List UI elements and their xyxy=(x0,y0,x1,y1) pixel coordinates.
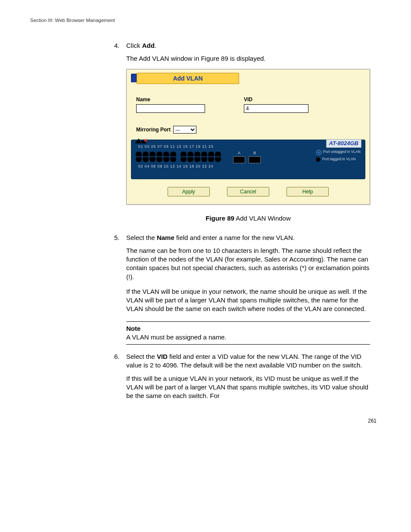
note-body: A VLAN must be assigned a name. xyxy=(126,333,370,342)
apply-button[interactable]: Apply xyxy=(168,187,210,196)
uplink-a-port[interactable] xyxy=(233,156,245,163)
name-input[interactable] xyxy=(136,104,205,113)
uplink-b-port[interactable] xyxy=(249,156,261,163)
uplink-b-label: B xyxy=(249,150,261,156)
switch-model: AT-8024GB xyxy=(326,139,361,148)
uplink-a-label: A xyxy=(233,150,245,156)
port-numbers-bottom: 02 04 06 08 10 12 14 16 18 20 22 24 xyxy=(138,164,361,169)
step-6-number: 6. xyxy=(114,352,120,361)
port-legend: Port untagged in VLAN Port tagged in VLA… xyxy=(316,149,361,163)
brand-logo-dot-icon xyxy=(144,139,147,142)
tab-bar: Add VLAN xyxy=(131,73,370,84)
port-group-top-right[interactable] xyxy=(181,152,221,156)
step-6: 6. Select the VID field and enter a VID … xyxy=(114,352,370,400)
step-5: 5. Select the Name field and enter a nam… xyxy=(114,233,370,314)
port-group-top-left[interactable] xyxy=(136,152,176,156)
tab-add-vlan[interactable]: Add VLAN xyxy=(137,73,239,84)
vid-field-group: VID xyxy=(244,96,308,113)
page-number: 261 xyxy=(30,417,381,424)
step-4-text: Click Add. xyxy=(126,42,156,49)
step-6-text: Select the VID field and enter a VID val… xyxy=(126,353,362,369)
mirroring-port-label: Mirroring Port xyxy=(136,126,171,133)
step-4-after: The Add VLAN window in Figure 89 is disp… xyxy=(126,54,370,63)
add-vlan-window: Add VLAN Name VID xyxy=(126,69,370,205)
legend-untagged-text: Port untagged in VLAN xyxy=(323,149,361,154)
legend-tagged-text: Port tagged in VLAN xyxy=(322,157,356,161)
step-6-para-1: If this will be a unique VLAN in your ne… xyxy=(126,374,370,401)
name-label: Name xyxy=(136,96,205,103)
step-4-number: 4. xyxy=(114,41,120,50)
port-group-bot-left[interactable] xyxy=(136,157,176,162)
note-box: Note A VLAN must be assigned a name. xyxy=(126,321,370,345)
note-title: Note xyxy=(126,324,370,333)
switch-diagram: AT-8024GB 01 03 05 07 09 11 13 15 17 19 … xyxy=(131,140,365,179)
untagged-icon xyxy=(316,150,321,155)
port-group-bot-right[interactable] xyxy=(181,157,221,162)
mirroring-port-select[interactable]: — xyxy=(173,126,196,134)
figure-caption: Figure 89 Add VLAN Window xyxy=(126,214,370,223)
vid-input[interactable] xyxy=(244,104,308,113)
step-5-para-2: If the VLAN will be unique in your netwo… xyxy=(126,287,370,314)
vid-label: VID xyxy=(244,96,308,103)
running-head: Section III: Web Browser Management xyxy=(30,17,381,24)
cancel-button[interactable]: Cancel xyxy=(227,187,269,196)
help-button[interactable]: Help xyxy=(286,187,329,196)
step-5-text: Select the Name field and enter a name f… xyxy=(126,234,295,241)
step-5-number: 5. xyxy=(114,233,120,242)
name-field-group: Name xyxy=(136,96,205,113)
step-4: 4. Click Add. The Add VLAN window in Fig… xyxy=(114,41,370,223)
step-5-para-1: The name can be from one to 10 character… xyxy=(126,246,370,281)
page-content: 4. Click Add. The Add VLAN window in Fig… xyxy=(114,41,370,401)
tagged-icon xyxy=(316,157,321,162)
